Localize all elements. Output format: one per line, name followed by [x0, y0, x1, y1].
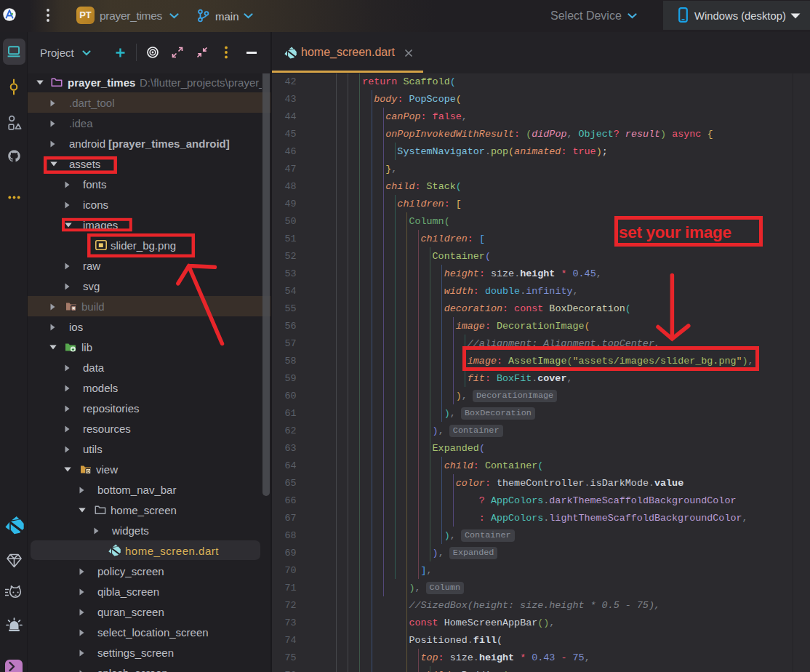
- svg-text:set your image: set your image: [619, 223, 731, 241]
